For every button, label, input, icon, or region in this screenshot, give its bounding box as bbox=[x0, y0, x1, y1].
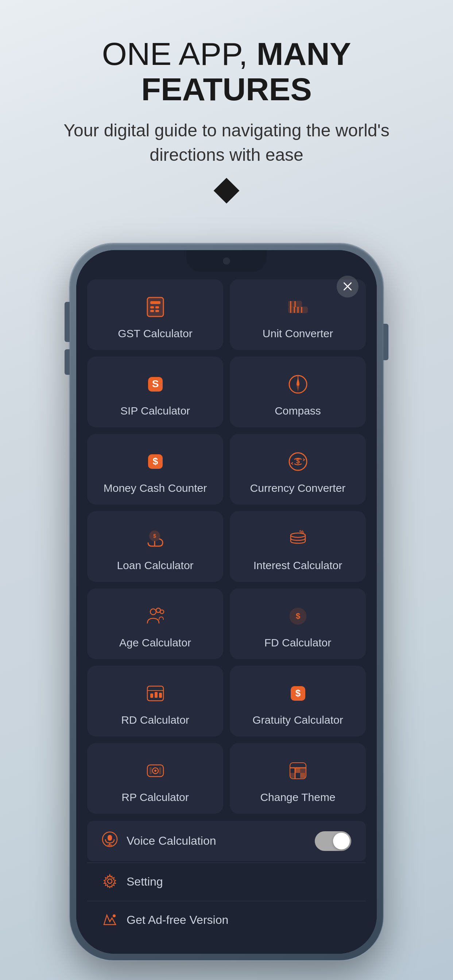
sip-calculator-item[interactable]: S SIP Calculator bbox=[87, 356, 223, 427]
money-cash-counter-icon: $ bbox=[141, 447, 170, 476]
svg-point-60 bbox=[113, 915, 116, 917]
currency-converter-label: Currency Converter bbox=[250, 482, 346, 495]
voice-left: Voice Calculation bbox=[102, 831, 216, 851]
svg-point-31 bbox=[150, 609, 156, 615]
main-heading: ONE APP, MANY FEATURES bbox=[29, 37, 424, 107]
gst-calculator-icon bbox=[141, 293, 170, 321]
gst-calculator-label: GST Calculator bbox=[118, 328, 193, 340]
gratuity-calculator-icon: $ bbox=[283, 679, 313, 708]
loan-calculator-icon: $ bbox=[141, 524, 170, 554]
svg-text:$: $ bbox=[295, 687, 301, 698]
interest-calculator-label: Interest Calculator bbox=[254, 559, 342, 572]
svg-text:S: S bbox=[152, 378, 159, 390]
money-cash-counter-label: Money Cash Counter bbox=[104, 482, 207, 495]
settings-row[interactable]: Setting bbox=[87, 862, 366, 901]
interest-calculator-icon: % bbox=[283, 524, 313, 554]
phone-mockup: GST Calculator bbox=[70, 243, 383, 960]
svg-marker-20 bbox=[297, 385, 300, 391]
voice-calculation-label: Voice Calculation bbox=[126, 834, 216, 848]
toggle-knob bbox=[333, 833, 350, 850]
volume-down-button bbox=[65, 349, 70, 375]
svg-text:$: $ bbox=[152, 456, 158, 467]
svg-point-45 bbox=[154, 770, 156, 772]
fd-calculator-label: FD Calculator bbox=[265, 636, 331, 649]
phone-screen: GST Calculator bbox=[76, 250, 377, 954]
gratuity-calculator-label: Gratuity Calculator bbox=[252, 714, 343, 726]
phone-notch bbox=[187, 250, 266, 272]
rp-calculator-icon bbox=[141, 756, 170, 785]
settings-icon bbox=[102, 873, 118, 891]
voice-calculation-row[interactable]: Voice Calculation bbox=[87, 821, 366, 861]
camera-dot bbox=[223, 258, 230, 265]
microphone-icon bbox=[102, 831, 118, 851]
features-grid: GST Calculator bbox=[87, 279, 366, 814]
rd-calculator-item[interactable]: RD Calculator bbox=[87, 666, 223, 737]
gratuity-calculator-item[interactable]: $ Gratuity Calculator bbox=[230, 666, 366, 737]
age-calculator-icon bbox=[141, 601, 170, 631]
fd-calculator-icon: $ bbox=[283, 601, 313, 631]
svg-rect-46 bbox=[150, 767, 152, 775]
main-subtitle: Your digital guide to navigating the wor… bbox=[29, 118, 424, 167]
volume-up-button bbox=[65, 317, 70, 342]
svg-rect-40 bbox=[159, 693, 162, 698]
svg-rect-47 bbox=[159, 767, 161, 775]
svg-text:$: $ bbox=[295, 611, 300, 620]
svg-rect-38 bbox=[150, 694, 153, 698]
voice-toggle[interactable] bbox=[315, 831, 351, 851]
svg-rect-3 bbox=[150, 306, 154, 309]
svg-rect-6 bbox=[155, 310, 159, 312]
compass-label: Compass bbox=[274, 405, 321, 417]
currency-converter-item[interactable]: $ Currency Converter bbox=[230, 434, 366, 504]
power-button bbox=[383, 324, 388, 360]
fd-calculator-item[interactable]: $ FD Calculator bbox=[230, 589, 366, 659]
diamond-divider bbox=[214, 178, 239, 204]
svg-rect-2 bbox=[150, 301, 161, 304]
header: ONE APP, MANY FEATURES Your digital guid… bbox=[0, 37, 453, 207]
age-calculator-item[interactable]: Age Calculator bbox=[87, 589, 223, 659]
phone-inner: GST Calculator bbox=[76, 250, 377, 954]
svg-rect-52 bbox=[300, 773, 305, 778]
loan-calculator-item[interactable]: $ Loan Calculator bbox=[87, 511, 223, 582]
svg-rect-53 bbox=[290, 773, 295, 778]
svg-rect-39 bbox=[155, 692, 158, 698]
change-theme-label: Change Theme bbox=[260, 791, 335, 803]
ad-free-label: Get Ad-free Version bbox=[126, 913, 228, 927]
loan-calculator-label: Loan Calculator bbox=[117, 559, 193, 572]
currency-converter-icon: $ bbox=[283, 447, 313, 476]
svg-rect-4 bbox=[155, 306, 159, 309]
phone-frame: GST Calculator bbox=[70, 243, 383, 960]
money-cash-counter-item[interactable]: $ Money Cash Counter bbox=[87, 434, 223, 504]
sip-calculator-icon: S bbox=[141, 370, 170, 399]
svg-text:%: % bbox=[299, 529, 304, 535]
svg-rect-56 bbox=[108, 835, 112, 841]
compass-icon bbox=[283, 370, 313, 399]
svg-text:$: $ bbox=[153, 533, 156, 539]
ad-free-row[interactable]: Get Ad-free Version bbox=[87, 901, 366, 939]
svg-point-59 bbox=[108, 879, 112, 883]
rp-calculator-label: RP Calculator bbox=[121, 791, 189, 803]
change-theme-item[interactable]: Change Theme bbox=[230, 743, 366, 814]
unit-converter-icon bbox=[283, 293, 313, 321]
rp-calculator-item[interactable]: RP Calculator bbox=[87, 743, 223, 814]
gst-calculator-item[interactable]: GST Calculator bbox=[87, 279, 223, 350]
sip-calculator-label: SIP Calculator bbox=[120, 405, 190, 417]
svg-rect-5 bbox=[150, 310, 154, 312]
svg-text:$: $ bbox=[296, 458, 300, 465]
settings-label: Setting bbox=[126, 875, 163, 888]
ad-free-icon bbox=[102, 912, 118, 929]
compass-item[interactable]: Compass bbox=[230, 356, 366, 427]
svg-point-33 bbox=[160, 610, 164, 614]
rd-calculator-label: RD Calculator bbox=[121, 714, 189, 726]
unit-converter-label: Unit Converter bbox=[263, 328, 333, 340]
interest-calculator-item[interactable]: % Interest Calculator bbox=[230, 511, 366, 582]
close-button[interactable] bbox=[337, 275, 359, 298]
svg-rect-54 bbox=[300, 768, 306, 773]
change-theme-icon bbox=[283, 756, 313, 785]
age-calculator-label: Age Calculator bbox=[119, 636, 191, 649]
rd-calculator-icon bbox=[141, 679, 170, 708]
mute-button bbox=[65, 302, 70, 320]
svg-rect-51 bbox=[295, 768, 300, 773]
